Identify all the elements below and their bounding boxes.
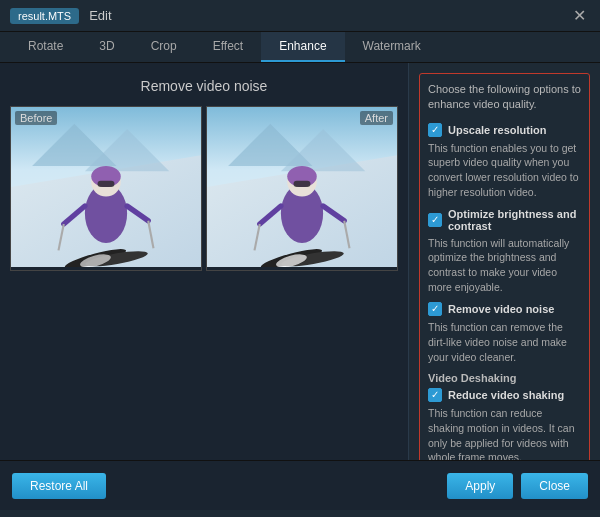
title-bar: result.MTS Edit ✕ [0, 0, 600, 32]
svg-rect-22 [294, 181, 311, 187]
apply-button[interactable]: Apply [447, 473, 513, 499]
checkbox-deshaking[interactable] [428, 388, 442, 402]
enhance-panel: Choose the following options to enhance … [408, 63, 600, 460]
tab-enhance[interactable]: Enhance [261, 32, 344, 62]
section-deshaking: Video Deshaking [428, 372, 581, 384]
preview-before: Before [10, 106, 202, 271]
tab-effect[interactable]: Effect [195, 32, 261, 62]
desc-brightness: This function will automatically optimiz… [428, 236, 581, 295]
preview-after: After [206, 106, 398, 271]
tab-crop[interactable]: Crop [133, 32, 195, 62]
before-image [11, 107, 201, 267]
file-pill: result.MTS [10, 8, 79, 24]
option-noise-row: Remove video noise [428, 302, 581, 316]
enhance-panel-inner: Choose the following options to enhance … [419, 73, 590, 460]
bottom-right-buttons: Apply Close [447, 473, 588, 499]
label-brightness: Optimize brightness and contrast [448, 208, 581, 232]
option-brightness: Optimize brightness and contrast This fu… [428, 208, 581, 295]
after-image [207, 107, 397, 267]
label-upscale: Upscale resolution [448, 124, 546, 136]
option-deshaking: Reduce video shaking This function can r… [428, 388, 581, 460]
option-upscale-row: Upscale resolution [428, 123, 581, 137]
option-upscale: Upscale resolution This function enables… [428, 123, 581, 200]
checkbox-upscale[interactable] [428, 123, 442, 137]
svg-rect-7 [98, 181, 115, 187]
before-label: Before [15, 111, 57, 125]
checkbox-noise[interactable] [428, 302, 442, 316]
preview-title: Remove video noise [141, 78, 268, 94]
option-brightness-row: Optimize brightness and contrast [428, 208, 581, 232]
desc-noise: This function can remove the dirt-like v… [428, 320, 581, 364]
restore-all-button[interactable]: Restore All [12, 473, 106, 499]
tab-3d[interactable]: 3D [81, 32, 132, 62]
bottom-left-buttons: Restore All [12, 473, 106, 499]
option-noise: Remove video noise This function can rem… [428, 302, 581, 364]
checkbox-brightness[interactable] [428, 213, 442, 227]
label-deshaking: Reduce video shaking [448, 389, 564, 401]
desc-upscale: This function enables you to get superb … [428, 141, 581, 200]
close-button[interactable]: Close [521, 473, 588, 499]
preview-images: Before [10, 106, 398, 271]
preview-panel: Remove video noise Before [0, 63, 408, 460]
title-bar-title: Edit [89, 8, 568, 23]
tab-watermark[interactable]: Watermark [345, 32, 439, 62]
bottom-bar: Restore All Apply Close [0, 460, 600, 510]
main-content: Remove video noise Before [0, 63, 600, 460]
close-window-button[interactable]: ✕ [568, 5, 590, 27]
after-label: After [360, 111, 393, 125]
label-noise: Remove video noise [448, 303, 554, 315]
enhance-description: Choose the following options to enhance … [428, 82, 581, 113]
tab-bar: Rotate 3D Crop Effect Enhance Watermark [0, 32, 600, 63]
tab-rotate[interactable]: Rotate [10, 32, 81, 62]
option-deshaking-row: Reduce video shaking [428, 388, 581, 402]
desc-deshaking: This function can reduce shaking motion … [428, 406, 581, 460]
